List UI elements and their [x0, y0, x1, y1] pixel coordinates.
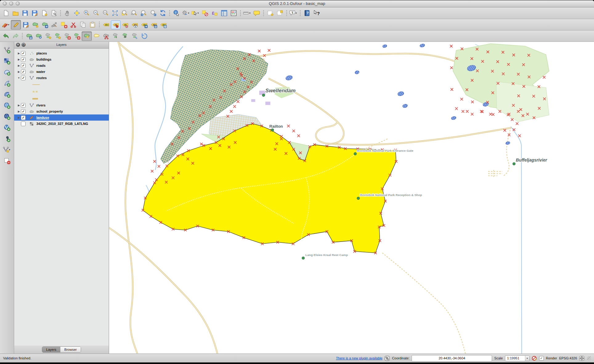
merge-attributes-button[interactable]: [130, 32, 140, 41]
help-contents-button[interactable]: ?: [302, 9, 312, 18]
crs-status-icon[interactable]: [579, 356, 584, 361]
plugin-available-link[interactable]: There is a new plugin available: [336, 356, 382, 360]
show-hidden-labels-button[interactable]: abc: [130, 20, 140, 29]
layer-visibility-checkbox[interactable]: ✓: [21, 63, 26, 68]
symbology-item-dashes[interactable]: [14, 88, 109, 95]
add-vector-layer-button[interactable]: [2, 45, 12, 55]
toggle-editing-button[interactable]: [11, 20, 21, 30]
layer-visibility-checkbox[interactable]: ✓: [21, 115, 26, 120]
plugin-icon[interactable]: [384, 356, 390, 361]
select-features-button[interactable]: ▾: [191, 9, 200, 18]
layer-visibility-checkbox[interactable]: ✓: [21, 103, 26, 108]
layer-visibility-checkbox[interactable]: ✓: [21, 76, 26, 80]
expand-arrow-icon[interactable]: ▶: [17, 52, 21, 55]
open-attribute-table-button[interactable]: [219, 9, 229, 18]
reshape-features-button[interactable]: [82, 31, 92, 41]
save-project-as-button[interactable]: [30, 9, 39, 18]
undo-button[interactable]: [1, 32, 11, 41]
identify-features-button[interactable]: i: [172, 9, 181, 18]
coordinate-input[interactable]: [412, 355, 492, 362]
layer-row-3420C_2010_327_RGB_LATLNG[interactable]: 3420C_2010_327_RGB_LATLNG: [14, 121, 109, 127]
select-features-dropdown-icon[interactable]: ▾: [197, 12, 200, 14]
highlight-pinned-labels-button[interactable]: ab: [120, 20, 130, 29]
scale-dropdown-icon[interactable]: ▼: [525, 356, 529, 361]
whats-this-button[interactable]: ?: [312, 9, 321, 18]
measure-dropdown-icon[interactable]: ▾: [249, 12, 252, 14]
delete-ring-button[interactable]: [63, 32, 72, 41]
expand-arrow-icon[interactable]: ▶: [17, 64, 21, 67]
new-shapefile-layer-dropdown-icon[interactable]: ▾: [9, 148, 11, 151]
layer-row-routes[interactable]: ▼✓routes: [14, 75, 109, 81]
select-by-expression-button[interactable]: ε: [210, 9, 219, 18]
layer-row-school_property[interactable]: ▶✓school_property: [14, 108, 109, 114]
zoom-out-button[interactable]: [91, 9, 101, 18]
new-shapefile-layer-button[interactable]: ▾: [2, 145, 12, 154]
rotate-label-button[interactable]: abc: [149, 20, 159, 29]
zoom-to-layer-button[interactable]: [129, 9, 139, 18]
field-calculator-button[interactable]: [229, 9, 238, 18]
redo-button[interactable]: [11, 32, 20, 41]
layer-row-rivers[interactable]: ▶✓rivers: [14, 102, 109, 108]
add-feature-button[interactable]: [31, 20, 40, 29]
deselect-features-button[interactable]: [200, 9, 210, 18]
node-tool-button[interactable]: [50, 20, 59, 29]
layer-row-buildings[interactable]: ▶✓buildings: [14, 56, 109, 62]
offset-curve-button[interactable]: [92, 32, 101, 41]
symbology-item-thick[interactable]: [14, 95, 109, 102]
paste-features-button[interactable]: [88, 20, 97, 29]
zoom-last-button[interactable]: [139, 9, 148, 18]
new-print-composer-button[interactable]: [39, 9, 49, 18]
layer-visibility-checkbox[interactable]: [21, 122, 26, 126]
save-layer-edits-button[interactable]: [21, 20, 31, 29]
expand-arrow-icon[interactable]: ▶: [17, 104, 21, 107]
move-feature-button[interactable]: [40, 20, 50, 29]
add-wfs-layer-button[interactable]: [2, 122, 12, 132]
simplify-feature-button[interactable]: [34, 32, 43, 41]
copy-features-button[interactable]: [78, 20, 88, 29]
pan-map-button[interactable]: [63, 9, 72, 18]
zoom-in-button[interactable]: [82, 9, 91, 18]
add-wms-layer-button[interactable]: [2, 100, 12, 110]
zoom-next-button[interactable]: [148, 9, 158, 18]
add-postgis-layer-button[interactable]: [2, 67, 12, 77]
rotate-feature-button[interactable]: [24, 32, 34, 41]
layer-visibility-checkbox[interactable]: ✓: [21, 51, 26, 56]
pan-to-selection-button[interactable]: [72, 9, 82, 18]
run-feature-action-dropdown-icon[interactable]: ▾: [188, 12, 190, 14]
delete-selected-button[interactable]: [59, 20, 69, 29]
zoom-native-button[interactable]: 1:1: [101, 9, 110, 18]
add-spatialite-layer-button[interactable]: [2, 78, 12, 88]
expand-arrow-icon[interactable]: ▶: [17, 110, 21, 113]
move-label-button[interactable]: abc: [140, 20, 149, 29]
delete-part-button[interactable]: [72, 32, 82, 41]
layer-row-roads[interactable]: ▶✓roads: [14, 62, 109, 69]
map-canvas[interactable]: SwellendamRailtonBontebok National Park …: [109, 42, 594, 354]
expand-arrow-icon[interactable]: ▼: [17, 77, 21, 79]
panel-tab-layers[interactable]: Layers: [42, 347, 60, 352]
add-delimited-text-layer-button[interactable]: [2, 134, 12, 143]
composer-manager-button[interactable]: [49, 9, 59, 18]
split-parts-button[interactable]: [111, 32, 120, 41]
remove-layer-button[interactable]: [2, 156, 12, 166]
stop-render-icon[interactable]: [532, 356, 537, 361]
open-project-button[interactable]: [11, 9, 20, 18]
add-ring-button[interactable]: [43, 32, 53, 41]
symbology-item-solid[interactable]: [14, 81, 109, 88]
layer-row-landuse[interactable]: ▶✓landuse: [14, 114, 109, 121]
new-project-button[interactable]: [1, 9, 11, 18]
resize-grip[interactable]: [587, 356, 591, 360]
map-refresh-button[interactable]: [158, 9, 168, 18]
layers-panel-header[interactable]: ✕ ❐ Layers: [14, 42, 109, 49]
expand-arrow-icon[interactable]: ▶: [17, 58, 21, 61]
current-edits-button[interactable]: ▾: [1, 20, 11, 29]
text-annotation-button[interactable]: T▾: [289, 9, 298, 18]
panel-tab-browser[interactable]: Browser: [60, 347, 81, 352]
layer-visibility-checkbox[interactable]: ✓: [21, 109, 26, 114]
pin-unpin-labels-button[interactable]: ab: [111, 20, 120, 29]
save-project-button[interactable]: [20, 9, 30, 18]
cut-features-button[interactable]: [69, 20, 78, 29]
split-features-button[interactable]: [101, 32, 111, 41]
new-bookmark-button[interactable]: [266, 9, 275, 18]
title-bar[interactable]: QGIS 2.0.1-Dufour - basic_map: [0, 0, 594, 7]
add-mssql-layer-button[interactable]: [2, 89, 12, 99]
